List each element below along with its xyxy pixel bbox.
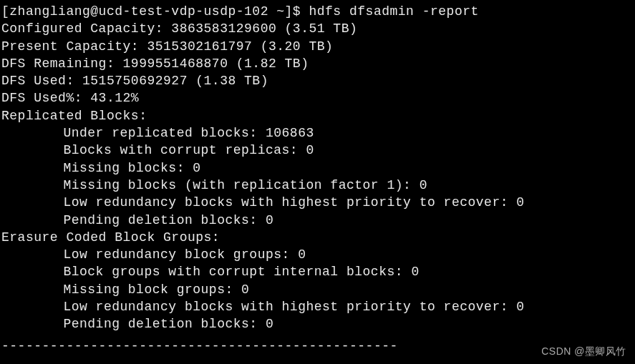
present-capacity: Present Capacity: 3515302161797 (3.20 TB… <box>1 38 634 55</box>
dfs-remaining: DFS Remaining: 1999551468870 (1.82 TB) <box>1 55 634 72</box>
dfs-used: DFS Used: 1515750692927 (1.38 TB) <box>1 72 634 89</box>
pending-deletion: Pending deletion blocks: 0 <box>1 212 634 229</box>
erasure-header: Erasure Coded Block Groups: <box>1 229 634 246</box>
missing-blocks: Missing blocks: 0 <box>1 159 634 177</box>
section-divider: ----------------------------------------… <box>1 338 634 355</box>
prompt-line[interactable]: [zhangliang@ucd-test-vdp-usdp-102 ~]$ hd… <box>1 3 634 20</box>
watermark: CSDN @墨卿风竹 <box>541 345 626 358</box>
missing-rf1: Missing blocks (with replication factor … <box>1 177 634 194</box>
corrupt-internal: Block groups with corrupt internal block… <box>1 263 634 280</box>
missing-groups: Missing block groups: 0 <box>1 281 634 298</box>
erasure-pending-deletion: Pending deletion blocks: 0 <box>1 315 634 333</box>
erasure-low-redundancy-priority: Low redundancy blocks with highest prior… <box>1 298 634 315</box>
replicated-header: Replicated Blocks: <box>1 107 634 124</box>
low-redundancy-groups: Low redundancy block groups: 0 <box>1 246 634 263</box>
low-redundancy-priority: Low redundancy blocks with highest prior… <box>1 194 634 211</box>
prompt-user-host: [zhangliang@ucd-test-vdp-usdp-102 ~]$ <box>1 4 309 19</box>
prompt-command: hdfs dfsadmin -report <box>309 4 478 19</box>
configured-capacity: Configured Capacity: 3863583129600 (3.51… <box>1 20 634 37</box>
under-replicated: Under replicated blocks: 106863 <box>1 124 634 142</box>
dfs-used-pct: DFS Used%: 43.12% <box>1 89 634 107</box>
corrupt-replicas: Blocks with corrupt replicas: 0 <box>1 142 634 159</box>
